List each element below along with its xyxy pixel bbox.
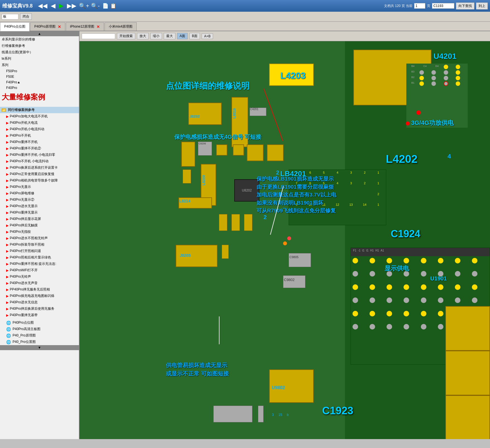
sidebar-item-linepoints[interactable]: 线通点位图(更新中） xyxy=(0,49,79,55)
sidebar-pdf-14[interactable]: ▶P40Pro无显示② xyxy=(0,197,79,203)
zoom-out-icon[interactable]: 🔍- xyxy=(91,3,100,9)
tab-close-1[interactable]: ✕ xyxy=(58,25,61,29)
sidebar-pdf-12[interactable]: ▶P40Pro无显示 xyxy=(0,184,79,190)
sidebar-scroll-up[interactable]: ▲ xyxy=(0,31,79,36)
sidebar-pdf-22[interactable]: ▶P40Pro打开照相闪退 xyxy=(0,248,79,254)
sidebar-pdf-25[interactable]: ▶P40ProWiFi打不开 xyxy=(0,267,79,273)
zoom-max-btn[interactable]: 最大 xyxy=(164,33,175,39)
sidebar-pdf-8[interactable]: ▶P40Pro不开机 小电流抖动 xyxy=(0,158,79,164)
sidebar-item-repair-ref[interactable]: 行维修案例参考 xyxy=(0,43,79,49)
face-ab-btn[interactable]: A+B xyxy=(202,33,213,39)
tab-p40pro-pointmap[interactable]: P40Pro点位图 xyxy=(0,22,30,31)
pdf-icon-32: ▶ xyxy=(6,313,9,317)
tab-close-2[interactable]: ✕ xyxy=(96,25,100,29)
sidebar-pdf-10[interactable]: ▶P40Pro正常使用重启后恢复慢 xyxy=(0,171,79,177)
sidebar-pdf-15[interactable]: ▶P40Pro进水无显示 xyxy=(0,203,79,209)
sidebar-pdf-6[interactable]: ▶P40Pro重摔不开机② xyxy=(0,145,79,152)
second-toolbar: 闭合 xyxy=(0,12,490,22)
tab-xiaomi-mix4[interactable]: 小米mix4原理图 xyxy=(105,22,137,31)
sidebar-item-series[interactable]: 系列 xyxy=(0,62,79,68)
sidebar-item-f40pro[interactable]: F40Pro xyxy=(0,85,79,91)
sidebar-item-zhuo-display[interactable]: 卓系列显示部分的维修 xyxy=(0,36,79,43)
pcb-label-l4203: L4203 xyxy=(280,71,306,81)
tab-label-3: 小米mix4原理图 xyxy=(109,24,132,29)
pdf-icon-19: ▶ xyxy=(6,230,9,234)
sidebar-nav-mainboard[interactable]: 🌐 P40Pro高清主板图 xyxy=(0,326,79,332)
sidebar-item-f50pro[interactable]: F50Pro xyxy=(0,68,79,74)
pdf-icon-11: ▶ xyxy=(6,179,9,183)
label-l8816: L8816 xyxy=(232,108,236,118)
sidebar-item-f50e[interactable]: F50E xyxy=(0,74,79,79)
pdf-icon-29: ▶ xyxy=(6,294,9,298)
tab-p40pro-schematic[interactable]: P40Pro原理图 ✕ xyxy=(30,22,65,31)
sidebar-pdf-23[interactable]: ▶P40Pro照相后相片显示绿色 xyxy=(0,254,79,261)
search-down-btn[interactable]: 向下查找 xyxy=(456,3,474,9)
sidebar-pdf-16[interactable]: ▶P40Pro重摔无显示 xyxy=(0,209,79,216)
tab-iphone12-schematic[interactable]: iPhone12原理图 ✕ xyxy=(66,22,104,31)
sidebar-nav-layout[interactable]: 🌐 P40_Pro位置图 xyxy=(0,339,79,345)
sidebar-pdf-3[interactable]: ▶P40Pro开机小电流抖动 xyxy=(0,126,79,132)
nav-prev-btn[interactable]: ◀ xyxy=(50,2,56,9)
sidebar-pdf-18[interactable]: ▶P40Pro摔后无触摸 xyxy=(0,222,79,229)
sidebar-pdf-4[interactable]: ▶P40Pro不开机 xyxy=(0,132,79,139)
globe-icon-4: 🌐 xyxy=(6,340,11,344)
page-number-input[interactable] xyxy=(414,3,425,9)
zoom-in-icon[interactable]: 🔍+ xyxy=(79,3,89,9)
sidebar-folder-cases[interactable]: 📁 同行维修案例参考 xyxy=(0,107,79,113)
sidebar-nav-pointmap[interactable]: 🌐 P40Pro点位图 xyxy=(0,319,79,326)
sidebar-pdf-28[interactable]: ▶PP40Pro摔无服务无后照相 xyxy=(0,286,79,293)
sidebar-scroll-down[interactable]: ▼ xyxy=(0,345,79,350)
sidebar-pdf-29[interactable]: ▶P40Pro插充电器充电图标闪烁 xyxy=(0,293,79,299)
sidebar-pdf-27[interactable]: ▶P40Pro进水无声音 xyxy=(0,280,79,286)
pdf-icon-28: ▶ xyxy=(6,288,9,292)
sidebar-pdf-5[interactable]: ▶P40Pro重摔不开机 xyxy=(0,139,79,145)
nav-last-btn[interactable]: ▶▶ xyxy=(66,2,77,9)
pdf-icon-15: ▶ xyxy=(6,204,9,208)
sidebar-pdf-32[interactable]: ▶P40Pro重摔无基带 xyxy=(0,312,79,318)
sidebar-pdf-26[interactable]: ▶P40Pro无铃声 xyxy=(0,273,79,280)
face-a-btn[interactable]: A面 xyxy=(177,33,188,39)
sidebar-pdf-24[interactable]: ▶P40Pro重摔不照相 提示无法连: xyxy=(0,261,79,267)
view-search-input[interactable] xyxy=(82,33,115,39)
sidebar-pdf-30[interactable]: ▶P40Pro进水无信息 xyxy=(0,299,79,306)
number-2b-label: 2 xyxy=(264,214,267,221)
label-j8205: J8205 xyxy=(180,253,191,258)
sidebar-pdf-1[interactable]: ▶P40Pro加电大电流不开机 xyxy=(0,113,79,120)
pdf-icon-10: ▶ xyxy=(6,172,9,176)
sidebar-filter-input[interactable] xyxy=(2,14,18,20)
sidebar-pdf-17[interactable]: ▶P40Pro摔后显示花屏 xyxy=(0,216,79,222)
close-sidebar-btn[interactable]: 闭合 xyxy=(20,13,32,20)
start-search-btn[interactable]: 开始搜索 xyxy=(117,33,135,39)
c-search-input[interactable] xyxy=(432,3,454,9)
zoom-in-btn[interactable]: 放大 xyxy=(137,33,149,39)
pcb-label-display-power: 显示供电 xyxy=(385,264,409,273)
view-toolbar: 开始搜索 放大 缩小 最大 A面 B面 A+B xyxy=(79,31,490,41)
zoom-out-btn[interactable]: 缩小 xyxy=(150,33,162,39)
comp-j8202 xyxy=(188,103,222,125)
sidebar-pdf-2[interactable]: ▶P40Pro开机大电流 xyxy=(0,120,79,126)
sidebar-pdf-31[interactable]: ▶P40Pro摔后换屏后使用无服务 xyxy=(0,306,79,312)
sidebar-nav-schematic[interactable]: 🌐 P40_Pro原理图 xyxy=(0,332,79,339)
search-up-btn[interactable]: 到上 xyxy=(476,3,488,9)
sidebar-pdf-20[interactable]: ▶P40Pro进水不照相无铃声 xyxy=(0,235,79,241)
tab-label-0: P40Pro点位图 xyxy=(4,24,25,29)
file-icon-2[interactable]: 📋 xyxy=(110,3,116,9)
nav-first-btn[interactable]: ◀◀ xyxy=(37,2,48,9)
face-b-btn[interactable]: B面 xyxy=(189,33,200,39)
sidebar-pdf-21[interactable]: ▶P40Pro拆装导致不照相 xyxy=(0,241,79,248)
sidebar-item-te[interactable]: te系列 xyxy=(0,55,79,62)
file-icon-1[interactable]: 📄 xyxy=(102,3,108,9)
pcb-area[interactable]: 5 J8202 L8816 C4201 C8206 2 xyxy=(79,41,490,439)
sidebar-pdf-13[interactable]: ▶P40Pro屏电维修 xyxy=(0,190,79,197)
sidebar-item-f40pro-a[interactable]: F40Pro▲ xyxy=(0,79,79,85)
pdf-icon-20: ▶ xyxy=(6,236,9,240)
sidebar-pdf-7[interactable]: ▶P40Pro重摔不开机 小电流归零 xyxy=(0,152,79,158)
comp-ci-bg-1 xyxy=(445,306,490,351)
sidebar-pdf-19[interactable]: ▶P40Pro无指纹 xyxy=(0,229,79,235)
comp-small-3 xyxy=(244,214,252,231)
pdf-icon-6: ▶ xyxy=(6,147,9,151)
sidebar-pdf-9[interactable]: ▶P40Pro换屏后进系统打开设置卡 xyxy=(0,164,79,171)
sidebar-pdf-11[interactable]: ▶P40Pro相机供电管导致多个故障 xyxy=(0,177,79,184)
nav-next-btn[interactable]: ▶ xyxy=(58,2,64,9)
comp-u8202: U8202 xyxy=(234,179,259,202)
